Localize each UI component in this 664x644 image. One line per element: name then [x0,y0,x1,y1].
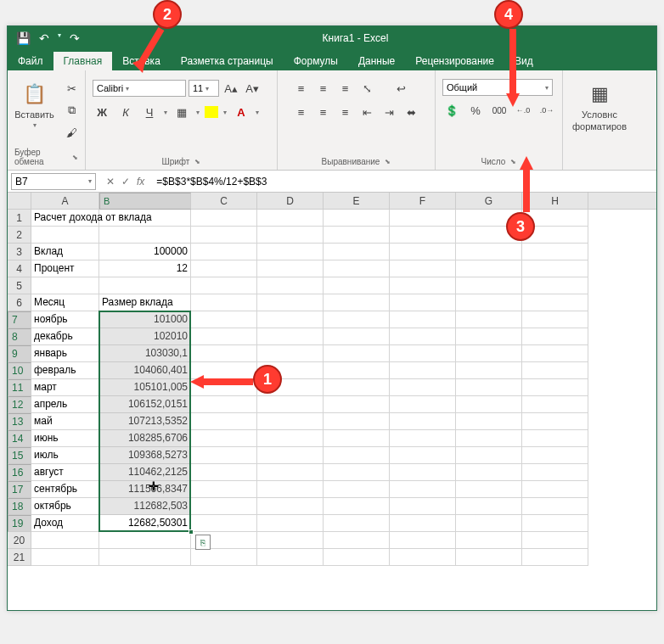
cell-A4[interactable]: Процент [31,260,99,277]
wrap-text-icon[interactable]: ↩ [392,79,411,98]
cell-empty[interactable] [456,515,522,532]
tab-home[interactable]: Главная [53,52,113,70]
row-header-20[interactable]: 20 [8,532,31,549]
cell-A21[interactable] [31,549,99,566]
cell-empty[interactable] [257,210,324,227]
cell-empty[interactable] [390,498,456,515]
cell-empty[interactable] [456,498,522,515]
align-top-icon[interactable]: ≡ [292,79,311,98]
cell-empty[interactable] [390,311,456,328]
row-header-19[interactable]: 19 [8,515,31,532]
cell-B1[interactable] [99,210,191,227]
cell-empty[interactable] [324,515,390,532]
cell-empty[interactable] [456,413,522,430]
cell-B4[interactable]: 12 [99,260,191,277]
cell-empty[interactable] [456,549,522,566]
cell-empty[interactable] [456,430,522,447]
cell-empty[interactable] [456,260,522,277]
cell-empty[interactable] [522,498,588,515]
cell-empty[interactable] [456,379,522,396]
cell-empty[interactable] [191,294,257,311]
row-header-15[interactable]: 15 [8,447,31,464]
cell-empty[interactable] [191,260,257,277]
cell-empty[interactable] [456,294,522,311]
row-header-10[interactable]: 10 [8,362,31,379]
cell-B20[interactable] [99,532,191,549]
cell-empty[interactable] [324,549,390,566]
cell-empty[interactable] [522,447,588,464]
cell-empty[interactable] [191,227,257,244]
italic-button[interactable]: К [116,103,135,121]
cell-B16[interactable]: 110462,2125 [99,464,191,481]
cell-A20[interactable] [31,532,99,549]
cell-empty[interactable] [522,413,588,430]
cell-empty[interactable] [257,260,324,277]
cell-empty[interactable] [324,413,390,430]
cell-empty[interactable] [257,227,324,244]
cell-empty[interactable] [257,464,324,481]
cell-B9[interactable]: 103030,1 [99,345,191,362]
cell-A12[interactable]: апрель [31,396,99,413]
cell-empty[interactable] [522,277,588,294]
cell-empty[interactable] [324,210,390,227]
cell-empty[interactable] [522,260,588,277]
cell-empty[interactable] [324,430,390,447]
cell-empty[interactable] [324,396,390,413]
cell-empty[interactable] [191,311,257,328]
cell-empty[interactable] [191,481,257,498]
cell-empty[interactable] [390,328,456,345]
column-header-E[interactable]: E [324,193,390,209]
tab-formulas[interactable]: Формулы [284,52,348,70]
cell-empty[interactable] [390,379,456,396]
font-name-select[interactable]: Calibri▾ [93,80,186,97]
cell-empty[interactable] [191,498,257,515]
cell-empty[interactable] [191,345,257,362]
cell-empty[interactable] [390,447,456,464]
save-icon[interactable]: 💾 [16,31,31,45]
undo-icon[interactable]: ↶ [39,31,49,45]
cell-empty[interactable] [456,311,522,328]
row-header-8[interactable]: 8 [8,328,31,345]
cell-empty[interactable] [191,549,257,566]
row-header-16[interactable]: 16 [8,464,31,481]
column-header-G[interactable]: G [456,193,522,209]
cell-empty[interactable] [324,362,390,379]
spreadsheet-grid[interactable]: A B C D E F G H 123456789101112131415161… [8,193,656,210]
cell-B11[interactable]: 105101,005 [99,379,191,396]
orientation-icon[interactable]: ⤡ [358,79,377,98]
cell-empty[interactable] [257,277,324,294]
enter-icon[interactable]: ✓ [121,176,130,188]
cell-empty[interactable] [191,396,257,413]
redo-icon[interactable]: ↷ [70,31,80,45]
formula-input[interactable]: =$B$3*$B$4%/12+$B$3 [151,176,656,188]
tab-data[interactable]: Данные [348,52,405,70]
cell-empty[interactable] [456,277,522,294]
cell-empty[interactable] [191,244,257,260]
cell-A17[interactable]: сентябрь [31,481,99,498]
row-header-6[interactable]: 6 [8,294,31,311]
cell-empty[interactable] [191,447,257,464]
cell-A7[interactable]: ноябрь [31,311,99,328]
cell-empty[interactable] [522,362,588,379]
cell-empty[interactable] [522,328,588,345]
launcher-icon[interactable]: ⬊ [385,158,391,165]
cell-empty[interactable] [191,328,257,345]
cell-A11[interactable]: март [31,379,99,396]
cancel-icon[interactable]: ✕ [106,176,115,188]
chevron-down-icon[interactable]: ▾ [256,109,259,116]
cell-empty[interactable] [390,345,456,362]
cell-empty[interactable] [390,227,456,244]
cell-empty[interactable] [191,515,257,532]
cell-empty[interactable] [522,532,588,549]
cell-empty[interactable] [257,498,324,515]
row-header-9[interactable]: 9 [8,345,31,362]
number-format-select[interactable]: Общий▾ [442,79,553,96]
cell-empty[interactable] [324,379,390,396]
name-box[interactable]: B7▾ [11,173,96,190]
cell-B12[interactable]: 106152,0151 [99,396,191,413]
cell-empty[interactable] [324,498,390,515]
cell-empty[interactable] [191,413,257,430]
cell-empty[interactable] [324,532,390,549]
row-header-13[interactable]: 13 [8,413,31,430]
cell-empty[interactable] [191,430,257,447]
